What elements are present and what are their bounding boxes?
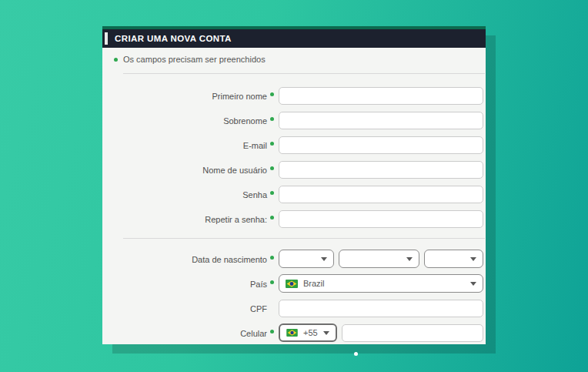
birth-year-select[interactable] [424,250,483,268]
required-dot-icon [270,256,274,260]
first-name-field[interactable] [279,87,483,105]
email-field[interactable] [279,136,483,154]
form-body: Os campos precisam ser preenchidos Prime… [102,54,486,345]
country-select[interactable]: Brazil [279,274,483,293]
country-row: País Brazil [102,271,486,296]
birth-month-select[interactable] [339,250,419,268]
username-field[interactable] [279,161,483,179]
required-dot-icon [270,117,274,121]
phone-label: Celular [240,329,267,338]
divider [123,73,485,74]
divider [123,238,485,239]
last-name-label: Sobrenome [223,116,267,126]
personal-fields-section: Data de nascimento [102,246,486,345]
password-label: Senha [242,190,267,199]
last-name-field[interactable] [279,112,483,129]
page-title: CRIAR UMA NOVA CONTA [115,34,232,43]
phone-code-select[interactable]: +55 [279,323,337,342]
username-row: Nome de usuário [102,157,486,182]
required-fields-notice: Os campos precisam ser preenchidos [114,54,486,65]
birthdate-label: Data de nascimento [192,255,267,264]
required-dot-icon [270,216,274,220]
required-dot-icon [114,58,118,62]
repeat-password-label: Repetir a senha: [205,215,267,224]
required-dot-icon [270,330,274,333]
notice-text: Os campos precisam ser preenchidos [123,55,266,64]
repeat-password-row: Repetir a senha: [102,206,486,231]
caret-down-icon [406,257,413,261]
email-label: E-mail [243,141,267,150]
cpf-label: CPF [250,304,267,313]
required-dot-icon [270,280,274,284]
country-value: Brazil [303,279,325,288]
first-name-label: Primeiro nome [212,92,267,101]
country-label: País [250,280,267,289]
phone-field[interactable] [342,324,483,342]
caret-down-icon [321,257,327,261]
caret-down-icon [470,282,476,286]
brazil-flag-icon [286,329,298,337]
birth-day-select[interactable] [279,250,334,268]
last-name-row: Sobrenome [102,108,486,132]
username-label: Nome de usuário [202,166,267,175]
password-row: Senha [102,182,486,206]
caret-down-icon [323,331,329,335]
required-dot-icon [270,166,274,170]
account-fields-section: Primeiro nome Sobrenome E-mail [102,83,486,231]
caret-down-icon [470,257,476,261]
required-dot-icon [270,191,274,195]
email-row: E-mail [102,132,486,157]
signup-card: CRIAR UMA NOVA CONTA Os campos precisam … [102,26,486,344]
first-name-row: Primeiro nome [102,83,486,108]
required-dot-icon [270,92,274,96]
header-accent-bar [105,32,108,45]
card-header: CRIAR UMA NOVA CONTA [102,29,486,48]
cpf-field[interactable] [279,300,483,317]
page-indicator-dot [354,352,358,356]
repeat-password-field[interactable] [279,210,483,228]
birthdate-row: Data de nascimento [102,246,486,271]
phone-row: Celular +55 [102,320,486,345]
cpf-row: CPF [102,296,486,320]
password-field[interactable] [279,186,483,203]
required-dot-icon [270,142,274,146]
brazil-flag-icon [286,280,298,288]
phone-code-value: +55 [303,328,318,337]
